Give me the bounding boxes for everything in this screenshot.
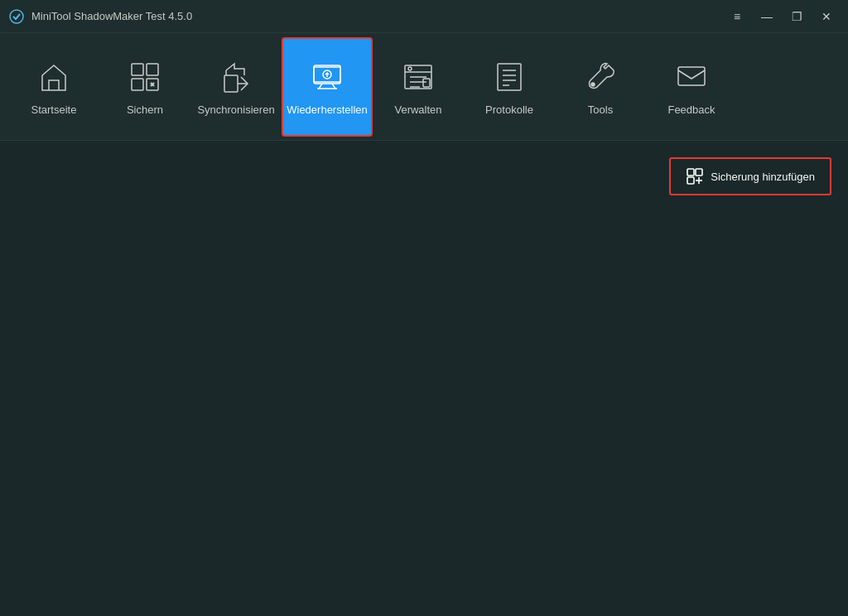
- close-button[interactable]: ✕: [813, 5, 840, 28]
- nav-wiederherstellen-label: Wiederherstellen: [287, 103, 368, 116]
- title-bar: MiniTool ShadowMaker Test 4.5.0 ≡ — ❐ ✕: [0, 0, 848, 33]
- nav-synchronisieren-label: Synchronisieren: [197, 103, 274, 116]
- nav-startseite-label: Startseite: [31, 103, 77, 116]
- svg-rect-28: [696, 169, 702, 176]
- home-icon: [34, 57, 74, 97]
- minimize-button[interactable]: —: [754, 5, 780, 28]
- nav-startseite[interactable]: Startseite: [8, 37, 99, 137]
- svg-line-9: [332, 84, 335, 89]
- svg-rect-3: [132, 79, 143, 90]
- backup-icon: [125, 57, 165, 97]
- svg-rect-1: [132, 64, 143, 75]
- window-controls: ≡ — ❐ ✕: [724, 5, 840, 28]
- nav-sichern[interactable]: Sichern: [99, 37, 190, 137]
- nav-protokolle[interactable]: Protokolle: [464, 37, 555, 137]
- nav-sichern-label: Sichern: [127, 103, 163, 116]
- svg-point-25: [591, 83, 595, 86]
- add-backup-button[interactable]: Sicherung hinzufügen: [669, 157, 831, 195]
- nav-feedback[interactable]: Feedback: [646, 37, 737, 137]
- maximize-button[interactable]: ❐: [783, 5, 810, 28]
- feedback-icon: [672, 57, 711, 97]
- tools-icon: [581, 57, 620, 97]
- app-title: MiniTool ShadowMaker Test 4.5.0: [31, 10, 192, 22]
- svg-rect-19: [423, 79, 430, 87]
- svg-line-8: [319, 84, 322, 89]
- manage-icon: [398, 57, 438, 97]
- svg-rect-29: [687, 177, 694, 184]
- nav-tools[interactable]: Tools: [555, 37, 646, 137]
- add-backup-label: Sicherung hinzufügen: [711, 171, 815, 183]
- app-logo-icon: [8, 8, 25, 25]
- nav-feedback-label: Feedback: [667, 103, 715, 116]
- svg-rect-26: [678, 67, 705, 85]
- nav-synchronisieren[interactable]: Synchronisieren: [190, 37, 282, 137]
- svg-rect-20: [498, 64, 521, 90]
- svg-rect-5: [224, 75, 238, 92]
- svg-rect-27: [687, 169, 694, 176]
- nav-bar: Startseite Sichern Synchronisieren: [0, 33, 848, 141]
- svg-rect-2: [147, 64, 158, 75]
- svg-point-0: [10, 10, 23, 23]
- log-icon: [489, 57, 529, 97]
- nav-tools-label: Tools: [588, 103, 613, 116]
- menu-button[interactable]: ≡: [724, 5, 750, 28]
- nav-protokolle-label: Protokolle: [485, 103, 533, 116]
- nav-verwalten-label: Verwalten: [394, 103, 441, 116]
- nav-verwalten[interactable]: Verwalten: [373, 37, 464, 137]
- title-bar-left: MiniTool ShadowMaker Test 4.5.0: [8, 8, 192, 25]
- sync-icon: [216, 57, 256, 97]
- restore-icon: [307, 57, 347, 97]
- nav-wiederherstellen[interactable]: Wiederherstellen: [282, 37, 373, 137]
- svg-point-15: [408, 67, 412, 70]
- add-backup-icon: [686, 167, 704, 185]
- main-content: Sicherung hinzufügen: [0, 141, 848, 616]
